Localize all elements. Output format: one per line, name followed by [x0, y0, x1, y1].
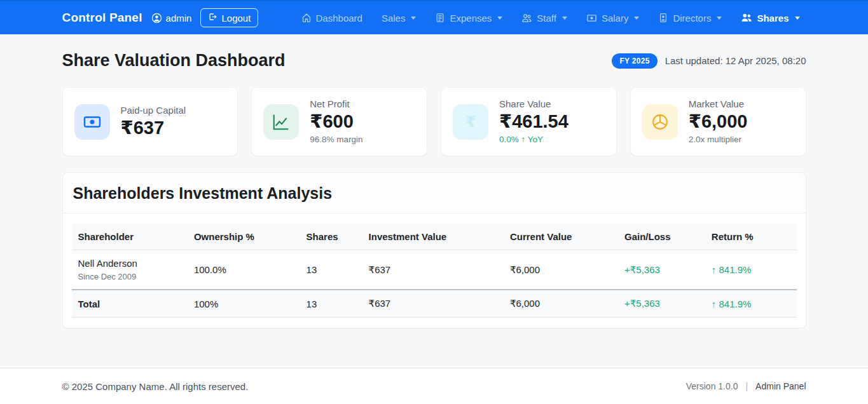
table-header-row: Shareholder Ownership % Shares Investmen…: [72, 224, 797, 250]
nav-label: Expenses: [450, 13, 492, 24]
person-circle-icon: [151, 13, 162, 24]
people-icon: [521, 13, 532, 24]
column-header: Investment Value: [362, 224, 504, 250]
nav-item-dashboard[interactable]: Dashboard: [295, 9, 369, 27]
pie-chart-icon: [642, 104, 678, 140]
stat-label: Share Value: [499, 98, 568, 109]
box-arrow-right-icon: [208, 12, 217, 24]
stat-value: ₹637: [121, 118, 186, 138]
return-cell: ↑ 841.9%: [705, 250, 797, 290]
stat-card-market-value: Market Value ₹6,000 2.0x multiplier: [630, 87, 806, 156]
nav-item-salary[interactable]: Salary: [580, 9, 646, 27]
chevron-down-icon: [497, 17, 502, 20]
version-label: Version 1.0.0: [686, 381, 738, 391]
column-header: Shareholder: [72, 224, 188, 250]
column-header: Current Value: [504, 224, 618, 250]
footer-divider: |: [745, 381, 748, 391]
graph-up-icon: [263, 104, 299, 140]
stat-card-share-value: ₹ Share Value ₹461.54 0.0% ↑ YoY: [441, 87, 617, 156]
stat-subtext: 0.0% ↑ YoY: [499, 135, 568, 145]
last-updated-label: Last updated: 12 Apr 2025, 08:20: [665, 55, 806, 66]
nav-label: Sales: [382, 13, 406, 24]
logout-button[interactable]: Logout: [200, 8, 258, 27]
main-content: Share Valuation Dashboard FY 2025 Last u…: [0, 34, 868, 368]
page-header: Share Valuation Dashboard FY 2025 Last u…: [62, 51, 806, 71]
person-badge-icon: [658, 13, 668, 23]
banknote-icon: [74, 104, 110, 140]
stat-subtext: 2.0x multiplier: [689, 135, 748, 145]
stat-label: Market Value: [689, 98, 748, 109]
nav-item-expenses[interactable]: Expenses: [429, 9, 509, 27]
stat-value: ₹6,000: [689, 111, 748, 132]
ownership-cell: 100%: [188, 290, 300, 318]
logout-label: Logout: [221, 13, 251, 24]
chevron-down-icon: [795, 17, 800, 20]
stat-card-net-profit: Net Profit ₹600 96.8% margin: [251, 87, 427, 156]
table-total-row: Total 100% 13 ₹637 ₹6,000 +₹5,363 ↑ 841.…: [72, 290, 797, 318]
shareholders-analysis-card: Shareholders Investment Analysis Shareho…: [62, 172, 806, 328]
nav-label: Salary: [602, 13, 629, 24]
shares-cell: 13: [300, 250, 362, 290]
column-header: Ownership %: [188, 224, 300, 250]
investment-cell: ₹637: [362, 250, 504, 290]
gain-loss-cell: +₹5,363: [618, 290, 705, 318]
copyright-text: © 2025 Company Name. All rights reserved…: [62, 381, 249, 392]
user-menu[interactable]: admin: [151, 13, 192, 24]
nav-item-staff[interactable]: Staff: [515, 9, 574, 27]
section-title: Shareholders Investment Analysis: [73, 184, 796, 203]
nav-label: Dashboard: [316, 13, 362, 24]
admin-panel-link[interactable]: Admin Panel: [755, 381, 806, 391]
brand-title: Control Panel: [62, 11, 142, 25]
table-row: Nell Anderson Since Dec 2009 100.0% 13 ₹…: [72, 250, 797, 290]
page-footer: © 2025 Company Name. All rights reserved…: [0, 368, 868, 404]
chevron-down-icon: [562, 17, 567, 20]
return-cell: ↑ 841.9%: [705, 290, 797, 318]
stat-value: ₹600: [310, 111, 362, 132]
people-fill-icon: [741, 12, 752, 24]
investment-cell: ₹637: [362, 290, 504, 318]
stat-card-paid-up-capital: Paid-up Capital ₹637: [62, 87, 238, 156]
page-title: Share Valuation Dashboard: [62, 51, 286, 71]
stat-label: Net Profit: [310, 98, 362, 109]
top-navbar: Control Panel admin Logout: [0, 0, 868, 34]
nav-label: Shares: [757, 13, 789, 24]
nav-item-shares[interactable]: Shares: [734, 8, 806, 27]
chevron-down-icon: [411, 17, 416, 20]
shares-cell: 13: [300, 290, 362, 318]
chevron-down-icon: [634, 17, 639, 20]
stat-label: Paid-up Capital: [121, 105, 186, 116]
cash-icon: [586, 13, 597, 24]
chevron-down-icon: [717, 17, 722, 20]
column-header: Shares: [300, 224, 362, 250]
nav-menu: Dashboard Sales Expenses: [295, 8, 806, 27]
nav-item-directors[interactable]: Directors: [652, 9, 728, 27]
nav-label: Staff: [537, 13, 556, 24]
column-header: Return %: [705, 224, 797, 250]
house-icon: [301, 13, 312, 23]
gain-loss-cell: +₹5,363: [618, 250, 705, 290]
nav-label: Directors: [673, 13, 711, 24]
total-label: Total: [72, 290, 188, 318]
journal-icon: [435, 13, 445, 23]
shareholder-since: Since Dec 2009: [78, 272, 181, 281]
nav-item-sales[interactable]: Sales: [375, 9, 423, 27]
stat-cards-row: Paid-up Capital ₹637 Net Profit ₹600 96.…: [62, 87, 806, 156]
column-header: Gain/Loss: [618, 224, 705, 250]
stat-subtext: 96.8% margin: [310, 135, 362, 145]
fiscal-year-badge: FY 2025: [612, 53, 657, 69]
current-value-cell: ₹6,000: [504, 250, 618, 290]
share-value-icon: ₹: [453, 104, 488, 140]
shareholders-table: Shareholder Ownership % Shares Investmen…: [72, 224, 797, 318]
shareholder-name: Nell Anderson: [78, 258, 181, 269]
username-label: admin: [166, 13, 192, 24]
ownership-cell: 100.0%: [188, 250, 300, 290]
current-value-cell: ₹6,000: [504, 290, 618, 318]
stat-value: ₹461.54: [499, 111, 568, 132]
